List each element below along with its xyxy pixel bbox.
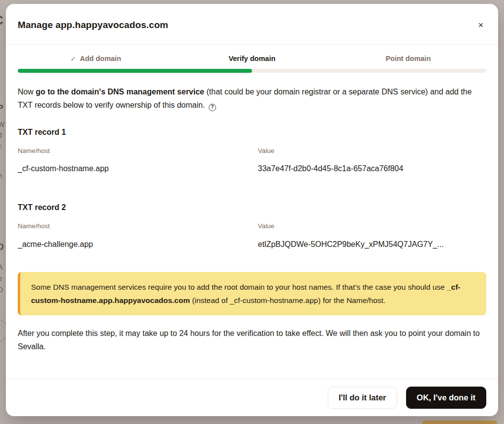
value-label: Value bbox=[258, 146, 486, 157]
background-text-fragment: C bbox=[0, 14, 3, 27]
intro-text: Now go to the domain's DNS management se… bbox=[18, 86, 486, 112]
record-title: TXT record 1 bbox=[18, 126, 486, 139]
background-text-fragment: d bbox=[0, 132, 2, 139]
do-it-later-button[interactable]: I'll do it later bbox=[328, 387, 397, 409]
background-text-fragment: A bbox=[0, 264, 2, 271]
ok-done-button[interactable]: OK, I've done it bbox=[406, 387, 486, 409]
verification-time-note: After you complete this step, it may tak… bbox=[18, 327, 486, 354]
close-icon[interactable]: × bbox=[475, 19, 486, 31]
background-text-fragment: P bbox=[0, 103, 3, 113]
stepper: ✓ Add domain Verify domain Point domain bbox=[6, 45, 498, 73]
warning-text: Some DNS management services require you… bbox=[31, 283, 447, 291]
progress-bar-track bbox=[18, 69, 486, 73]
record-name-value: _cf-custom-hostname.app bbox=[18, 162, 258, 176]
background-text-fragment: W bbox=[0, 121, 4, 128]
background-text-fragment: D bbox=[0, 286, 3, 293]
record-title: TXT record 2 bbox=[18, 201, 486, 214]
background-text-fragment: b bbox=[0, 275, 2, 282]
background-button-fragment bbox=[422, 421, 497, 424]
step-add-domain: ✓ Add domain bbox=[18, 55, 174, 62]
warning-text-after: (instead of _cf-custom-hostname.app) for… bbox=[190, 296, 385, 304]
record-name-value: _acme-challenge.app bbox=[18, 238, 258, 251]
intro-bold: go to the domain's DNS management servic… bbox=[35, 88, 204, 96]
step-point-domain: Point domain bbox=[330, 55, 486, 62]
manage-domain-modal: Manage app.happyavocados.com × ✓ Add dom… bbox=[6, 4, 498, 416]
background-text-fragment: c bbox=[0, 143, 1, 150]
txt-record-2: TXT record 2 Name/host Value _acme-chall… bbox=[18, 201, 486, 251]
intro-prefix: Now bbox=[18, 88, 35, 96]
background-text-fragment: h bbox=[0, 172, 2, 179]
record-value-value: 33a7e47f-d2b0-4d45-8c1a-657aca76f804 bbox=[258, 162, 486, 176]
brand-name: Sevalla bbox=[18, 342, 43, 351]
dns-root-domain-warning: Some DNS management services require you… bbox=[18, 272, 486, 315]
modal-title: Manage app.happyavocados.com bbox=[18, 20, 168, 30]
name-host-label: Name/host bbox=[18, 221, 258, 232]
note-period: . bbox=[43, 342, 45, 351]
txt-record-1: TXT record 1 Name/host Value _cf-custom-… bbox=[18, 126, 486, 176]
name-host-label: Name/host bbox=[18, 146, 258, 157]
progress-bar-fill bbox=[18, 69, 252, 73]
modal-header: Manage app.happyavocados.com × bbox=[6, 4, 498, 45]
value-label: Value bbox=[258, 221, 486, 232]
step-label: Point domain bbox=[385, 55, 431, 62]
step-label: Verify domain bbox=[228, 55, 275, 62]
check-icon: ✓ bbox=[70, 55, 76, 62]
modal-footer: I'll do it later OK, I've done it bbox=[6, 379, 498, 416]
background-text-fragment: D bbox=[0, 242, 4, 251]
modal-body: Now go to the domain's DNS management se… bbox=[6, 73, 498, 379]
help-icon[interactable]: ? bbox=[209, 104, 216, 111]
step-label: Add domain bbox=[80, 55, 121, 62]
note-text: After you complete this step, it may tak… bbox=[18, 329, 480, 337]
record-value-value: etlZpBJQDWe-5OHC2P9beKy_xPMJ54Q7JAG7Y_..… bbox=[258, 238, 486, 251]
step-verify-domain: Verify domain bbox=[174, 55, 330, 62]
